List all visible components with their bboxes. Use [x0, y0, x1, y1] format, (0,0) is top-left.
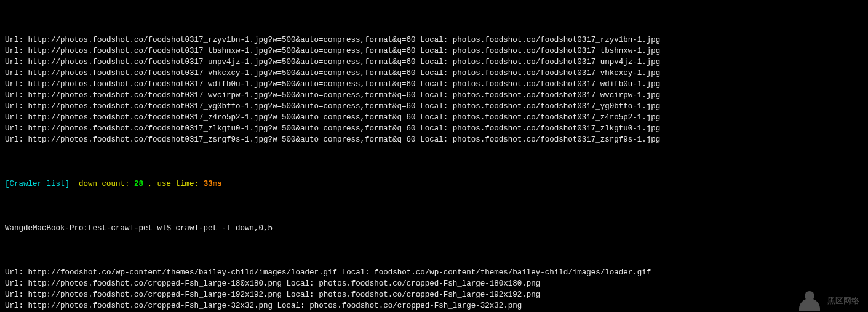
- local-prefix: Local:: [342, 268, 375, 277]
- local-value: photos.foodshot.co/foodshot0317_yg0bffo-…: [453, 102, 661, 111]
- local-prefix: Local:: [420, 113, 453, 122]
- url-value: http://foodshot.co/wp-content/themes/bai…: [28, 268, 338, 277]
- url-prefix: Url:: [5, 69, 28, 78]
- local-prefix: Local:: [420, 36, 453, 44]
- local-prefix: Local:: [420, 135, 453, 144]
- url-value: http://photos.foodshot.co/foodshot0317_w…: [28, 80, 416, 89]
- url-value: http://photos.foodshot.co/foodshot0317_t…: [28, 47, 416, 55]
- url-prefix: Url:: [5, 279, 28, 288]
- url-prefix: Url:: [5, 124, 28, 133]
- url-prefix: Url:: [5, 80, 28, 89]
- local-value: photos.foodshot.co/foodshot0317_tbshnxw-…: [453, 47, 661, 55]
- url-output-line: Url: http://photos.foodshot.co/foodshot0…: [5, 123, 863, 134]
- url-output-line: Url: http://photos.foodshot.co/foodshot0…: [5, 90, 863, 101]
- url-prefix: Url:: [5, 290, 28, 299]
- url-output-line: Url: http://photos.foodshot.co/cropped-F…: [5, 278, 863, 289]
- url-prefix: Url:: [5, 36, 28, 44]
- down-count-value: 28: [134, 180, 143, 188]
- url-value: http://photos.foodshot.co/foodshot0317_r…: [28, 36, 416, 44]
- url-value: http://photos.foodshot.co/foodshot0317_v…: [28, 69, 416, 78]
- url-output-line: Url: http://photos.foodshot.co/foodshot0…: [5, 46, 863, 57]
- local-value: photos.foodshot.co/foodshot0317_zsrgf9s-…: [453, 135, 661, 144]
- local-value: photos.foodshot.co/cropped-Fsh_large-32x…: [309, 302, 522, 310]
- down-count-label: down count:: [79, 180, 134, 188]
- url-value: http://photos.foodshot.co/cropped-Fsh_la…: [28, 290, 282, 299]
- prompt-line[interactable]: WangdeMacBook-Pro:test-crawl-pet wl$ cra…: [5, 223, 863, 234]
- url-value: http://photos.foodshot.co/foodshot0317_z…: [28, 135, 416, 144]
- crawler-status-line: [Crawler list] down count: 28 , use time…: [5, 178, 863, 190]
- url-value: http://photos.foodshot.co/foodshot0317_u…: [28, 58, 416, 66]
- local-value: foodshot.co/wp-content/themes/bailey-chi…: [374, 268, 651, 277]
- status-sep: ,: [143, 180, 157, 188]
- url-prefix: Url:: [5, 135, 28, 144]
- terminal-output[interactable]: Url: http://photos.foodshot.co/foodshot0…: [0, 0, 868, 312]
- local-prefix: Local:: [420, 91, 453, 100]
- local-value: photos.foodshot.co/foodshot0317_wvcirpw-…: [453, 91, 661, 100]
- status-label-close: ]: [65, 180, 70, 188]
- local-value: photos.foodshot.co/foodshot0317_z4ro5p2-…: [453, 113, 661, 122]
- local-value: photos.foodshot.co/foodshot0317_unpv4jz-…: [453, 58, 661, 66]
- url-output-line: Url: http://photos.foodshot.co/cropped-F…: [5, 289, 863, 300]
- url-prefix: Url:: [5, 91, 28, 100]
- command-text: crawl-pet -l down,0,5: [176, 224, 273, 233]
- status-label-open: [: [5, 180, 10, 188]
- url-value: http://photos.foodshot.co/foodshot0317_w…: [28, 91, 416, 100]
- local-prefix: Local:: [420, 124, 453, 133]
- url-value: http://photos.foodshot.co/foodshot0317_z…: [28, 124, 416, 133]
- local-prefix: Local:: [420, 58, 453, 66]
- local-value: photos.foodshot.co/cropped-Fsh_large-192…: [319, 290, 540, 299]
- shell-prompt: WangdeMacBook-Pro:test-crawl-pet wl$: [5, 224, 176, 233]
- url-output-line: Url: http://photos.foodshot.co/foodshot0…: [5, 101, 863, 112]
- url-value: http://photos.foodshot.co/foodshot0317_y…: [28, 102, 416, 111]
- local-value: photos.foodshot.co/foodshot0317_vhkcxcy-…: [453, 69, 661, 78]
- url-output-line: Url: http://photos.foodshot.co/cropped-F…: [5, 300, 863, 311]
- use-time-value: 33ms: [204, 180, 222, 188]
- status-label: Crawler list: [10, 180, 65, 188]
- url-output-line: Url: http://foodshot.co/wp-content/theme…: [5, 267, 863, 278]
- local-prefix: Local:: [420, 102, 453, 111]
- local-value: photos.foodshot.co/cropped-Fsh_large-180…: [319, 279, 540, 288]
- url-prefix: Url:: [5, 302, 28, 310]
- url-value: http://photos.foodshot.co/cropped-Fsh_la…: [28, 279, 282, 288]
- url-prefix: Url:: [5, 268, 28, 277]
- url-output-line: Url: http://photos.foodshot.co/foodshot0…: [5, 134, 863, 145]
- url-prefix: Url:: [5, 113, 28, 122]
- local-prefix: Local:: [287, 279, 319, 288]
- local-prefix: Local:: [277, 302, 310, 310]
- local-value: photos.foodshot.co/foodshot0317_zlkgtu0-…: [453, 124, 661, 133]
- local-value: photos.foodshot.co/foodshot0317_wdifb0u-…: [453, 80, 661, 89]
- local-prefix: Local:: [420, 69, 453, 78]
- local-prefix: Local:: [420, 47, 453, 55]
- url-output-line: Url: http://photos.foodshot.co/foodshot0…: [5, 57, 863, 68]
- local-prefix: Local:: [420, 80, 453, 89]
- local-value: photos.foodshot.co/foodshot0317_rzyv1bn-…: [453, 36, 661, 44]
- url-value: http://photos.foodshot.co/cropped-Fsh_la…: [28, 302, 273, 310]
- local-prefix: Local:: [287, 290, 319, 299]
- url-prefix: Url:: [5, 102, 28, 111]
- url-prefix: Url:: [5, 58, 28, 66]
- use-time-label: use time:: [157, 180, 204, 188]
- url-value: http://photos.foodshot.co/foodshot0317_z…: [28, 113, 416, 122]
- url-output-line: Url: http://photos.foodshot.co/foodshot0…: [5, 34, 863, 46]
- url-prefix: Url:: [5, 47, 28, 55]
- url-output-line: Url: http://photos.foodshot.co/foodshot0…: [5, 68, 863, 79]
- url-output-line: Url: http://photos.foodshot.co/foodshot0…: [5, 79, 863, 90]
- url-output-line: Url: http://photos.foodshot.co/foodshot0…: [5, 112, 863, 123]
